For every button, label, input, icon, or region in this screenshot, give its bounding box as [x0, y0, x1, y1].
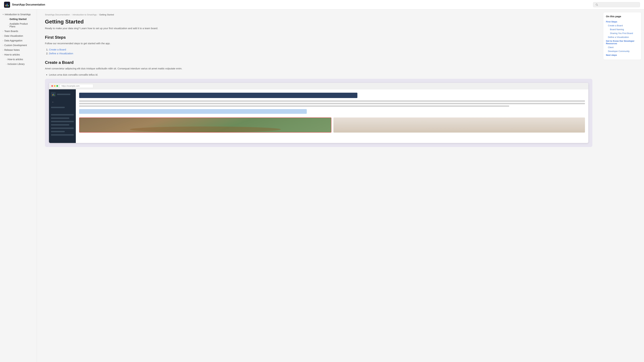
browser-sidebar-line	[51, 134, 74, 136]
chevron-right-icon: ›	[3, 30, 3, 32]
chevron-right-icon: ›	[3, 54, 3, 56]
on-this-page-title: On this page	[606, 15, 638, 18]
browser-app-sidebar: ←	[49, 89, 76, 143]
browser-img-beach	[79, 117, 332, 133]
browser-dot-yellow	[54, 85, 56, 87]
browser-logo-area	[51, 92, 74, 97]
sidebar-item-intro[interactable]: ▾ Introduction to SmartApp	[0, 12, 37, 17]
sidebar-item-label: Available Product Plans	[10, 22, 34, 28]
toc-item-create-board[interactable]: Create a Board	[606, 24, 638, 27]
browser-logo-icon	[51, 92, 56, 97]
sidebar-item-label: Data Visualization	[4, 34, 23, 37]
search-bar[interactable]	[593, 2, 640, 7]
browser-sidebar-line	[51, 121, 74, 122]
toc-link-first-steps[interactable]: First Steps	[606, 20, 617, 23]
browser-sidebar-line	[51, 124, 69, 125]
sidebar-sub-intro: • Getting Started • Available Product Pl…	[0, 17, 37, 29]
section-heading-create-board: Create a Board	[45, 60, 592, 65]
section-body-first-steps: Follow our recommended steps to get star…	[45, 41, 592, 45]
browser-bar: https://example.com	[49, 83, 588, 89]
toc-link-create-board[interactable]: Create a Board	[608, 24, 623, 27]
sidebar-item-release-notes[interactable]: › Release Notes	[0, 48, 37, 52]
header-left: SmartApp Documentation	[4, 2, 45, 8]
sidebar-item-data-agg[interactable]: › Data Aggregation	[0, 38, 37, 43]
dot-icon: •	[8, 18, 8, 20]
sidebar-item-data-viz[interactable]: › Data Visualization	[0, 33, 37, 38]
list-item: Define a Visualization	[49, 52, 592, 55]
browser-window: https://example.com	[49, 83, 588, 143]
browser-main-line	[79, 100, 585, 102]
sidebar-item-label: Custom Development	[4, 44, 27, 46]
create-board-link[interactable]: Create a Board	[49, 48, 66, 51]
header: SmartApp Documentation	[0, 0, 644, 9]
toc-link-sharing[interactable]: Sharing You First Board	[610, 32, 633, 34]
toc-item-client[interactable]: Client	[606, 45, 638, 49]
sidebar-item-how-to-1[interactable]: › How-to articles	[0, 52, 37, 57]
breadcrumb-link-1[interactable]: SmartApp Documentation	[45, 13, 70, 16]
img-beach-visual	[80, 118, 331, 132]
chevron-right-icon: ›	[3, 35, 3, 37]
toc-item-dev-resources[interactable]: Get to Know Our Developer Resources	[606, 39, 638, 45]
sidebar-item-label: Release Notes	[4, 49, 20, 51]
toc-link-client[interactable]: Client	[608, 46, 614, 49]
logo-bar-1	[6, 5, 6, 6]
sidebar-item-label: Team Boards	[4, 30, 18, 32]
toc-link-define-viz[interactable]: Define a Visualization	[608, 36, 629, 38]
toc-item-define-viz[interactable]: Define a Visualization	[606, 35, 638, 39]
right-sidebar: On this page First Steps Create a Board …	[600, 9, 644, 362]
chevron-right-icon: ›	[3, 49, 3, 51]
section-body-create-board: Amet consectetur adipiscing elit duis tr…	[45, 66, 592, 70]
dot-icon: •	[6, 63, 6, 65]
sidebar-item-team-boards[interactable]: › Team Boards	[0, 29, 37, 33]
sidebar-item-available-plans[interactable]: • Available Product Plans	[5, 21, 37, 29]
logo-bars	[6, 3, 9, 6]
logo-bar-3	[8, 5, 9, 6]
toc-item-dev-community[interactable]: Developer Community	[606, 49, 638, 53]
logo-bar-2	[7, 4, 8, 6]
browser-dot-red	[51, 85, 53, 87]
breadcrumb-link-2[interactable]: Introduction to SmartApp	[72, 13, 96, 16]
page-subtitle: Ready to make your data sing? Learn how …	[45, 27, 592, 30]
browser-sidebar-line	[51, 131, 65, 132]
sidebar-item-label: How-to articles	[8, 58, 23, 61]
sidebar-item-how-to-2[interactable]: • How-to articles	[0, 57, 37, 62]
browser-sidebar-line	[51, 128, 74, 129]
toc-link-board-naming[interactable]: Board Naming	[610, 28, 624, 31]
chevron-right-icon: ›	[3, 44, 3, 46]
define-viz-link[interactable]: Define a Visualization	[49, 52, 73, 55]
toc-link-dev-resources[interactable]: Get to Know Our Developer Resources	[606, 40, 634, 45]
browser-img-person	[334, 117, 585, 133]
sidebar-item-label: How-to articles	[4, 53, 20, 56]
breadcrumb: SmartApp Documentation / Introduction to…	[45, 13, 592, 16]
browser-sidebar-line	[57, 94, 70, 95]
toc-item-board-naming[interactable]: Board Naming	[606, 27, 638, 31]
browser-dot-green	[56, 85, 58, 87]
browser-sidebar-line	[51, 117, 69, 119]
first-steps-list: Create a Board Define a Visualization	[49, 48, 592, 55]
page-title: Getting Started	[45, 18, 592, 25]
toc-item-next-steps[interactable]: Next steps	[606, 53, 638, 57]
browser-dots	[51, 85, 58, 87]
sidebar-item-inclusion-lib[interactable]: • Inclusion Library	[0, 62, 37, 66]
sidebar-item-label: Getting Started	[10, 18, 26, 20]
toc-item-sharing[interactable]: Sharing You First Board	[606, 31, 638, 35]
breadcrumb-current: Getting Started	[99, 13, 114, 16]
browser-sidebar-line	[51, 107, 65, 108]
chevron-down-icon: ▾	[3, 13, 4, 15]
browser-sidebar-line	[51, 114, 74, 115]
sidebar-item-label: Inclusion Library	[8, 63, 25, 65]
search-input[interactable]	[600, 3, 638, 6]
sidebar-item-custom-dev[interactable]: › Custom Development	[0, 43, 37, 48]
toc-link-next-steps[interactable]: Next steps	[606, 54, 617, 56]
toc-item-first-steps[interactable]: First Steps	[606, 20, 638, 24]
browser-back-btn: ←	[51, 100, 55, 104]
main-content: SmartApp Documentation / Introduction to…	[37, 9, 600, 362]
browser-main-area	[76, 89, 588, 143]
section-heading-first-steps: First Steps	[45, 35, 592, 40]
browser-main-button	[79, 93, 358, 98]
toc-link-dev-community[interactable]: Developer Community	[608, 50, 630, 52]
browser-images-row	[79, 117, 585, 133]
browser-main-light-btn	[79, 109, 307, 114]
sidebar-item-getting-started[interactable]: • Getting Started	[5, 17, 37, 21]
browser-content: ←	[49, 89, 588, 143]
